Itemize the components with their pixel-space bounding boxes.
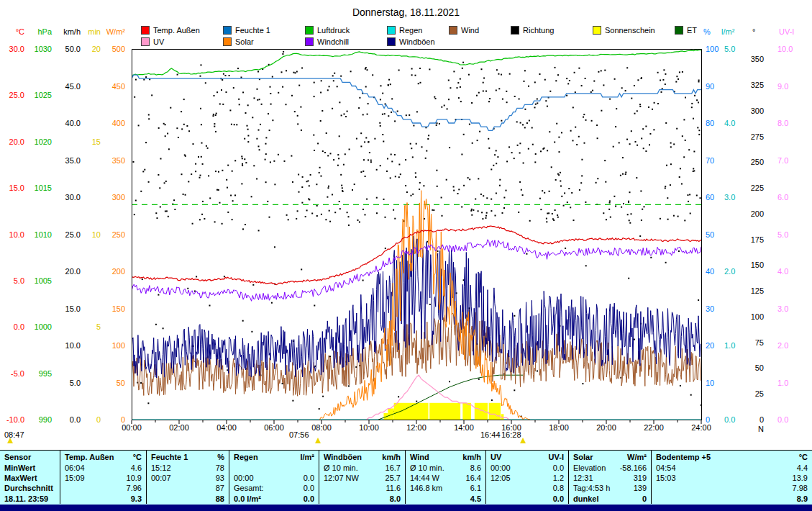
stats-cell-value: 93 <box>216 474 224 482</box>
stats-cell: 0.0 <box>485 493 568 504</box>
stats-sensor-unit: °C <box>799 453 808 461</box>
stats-cell-value: 25.7 <box>386 474 401 482</box>
weather-chart-screen: Donnerstag, 18.11.2021 Temp. AußenFeucht… <box>0 0 812 511</box>
stats-sensor-unit: km/h <box>382 453 401 461</box>
stats-sensor-name: Bodentemp +5 <box>656 453 711 461</box>
stats-header-cell: Feuchte 1% <box>146 451 229 463</box>
stats-cell-label: 15:12 <box>151 463 171 472</box>
stats-row-label: Durchschnitt <box>0 483 60 493</box>
stats-row-label: 18.11. 23:59 <box>0 493 60 504</box>
stats-cell: 15:0910.9 <box>60 473 146 483</box>
stats-sensor-unit: W/m² <box>627 453 647 461</box>
stats-row-label: MinWert <box>0 463 60 473</box>
stats-cell-value: 8.9 <box>797 494 808 503</box>
sunset-marker-icon <box>520 438 526 443</box>
marker-sunrise-time: 07:56 <box>289 430 309 439</box>
stats-cell: 00:000.0 <box>229 473 319 483</box>
stats-cell-value: 7.98 <box>793 484 808 492</box>
stats-cell-label: dunkel <box>573 494 598 503</box>
stats-cell: 12:051.2 <box>485 473 568 483</box>
stats-cell-value: 4.4 <box>797 463 808 472</box>
stats-cell-value: 0.0 <box>304 494 314 503</box>
footer-bar <box>0 505 812 511</box>
sun-rise-icon <box>7 438 13 443</box>
stats-header-cell: UVUV-I <box>485 451 568 463</box>
stats-cell: dunkel0 <box>568 493 651 504</box>
stats-cell-value: 0.8 <box>553 484 564 492</box>
stats-cell-value: 9.3 <box>131 494 142 503</box>
stats-cell-value: 16.7 <box>386 463 401 472</box>
stats-cell-label: 12:07 NW <box>324 474 359 482</box>
stats-cell: Ø 10 min.16.7 <box>319 463 405 473</box>
stats-sensor-name: Temp. Außen <box>65 453 114 461</box>
stats-sensor-unit: l/m² <box>300 453 314 461</box>
marker-sunset-time: 16:28 <box>501 430 521 439</box>
stats-cell: 9.3 <box>60 493 146 504</box>
sun-time-markers: 08:47 07:56 16:44 16:28 <box>0 0 812 511</box>
stats-cell-label: 04:54 <box>656 463 676 472</box>
stats-cell-value: 0.0 <box>304 474 314 482</box>
stats-cell: 12:07 NW25.7 <box>319 473 405 483</box>
stats-cell-label: 00:00 <box>234 474 254 482</box>
stats-cell-label: 00:00 <box>491 463 511 472</box>
stats-sensor-name: Regen <box>234 453 258 461</box>
stats-cell-value: 0 <box>642 494 647 503</box>
stats-cell-label: Tag:4:53 h <box>573 484 610 492</box>
stats-cell-value: 7.96 <box>127 484 142 492</box>
stats-cell: Gesamt:0.0 <box>229 483 319 493</box>
stats-cell-value: 88 <box>216 494 224 503</box>
stats-cell-value: 87 <box>216 484 224 492</box>
stats-cell-label: Gesamt: <box>234 484 264 492</box>
stats-cell: 00:000.0 <box>485 463 568 473</box>
stats-cell: 88 <box>146 493 229 504</box>
stats-cell-value: 0.0 <box>553 463 564 472</box>
sunrise-marker-icon <box>315 438 321 443</box>
stats-cell-label: 15:03 <box>656 474 676 482</box>
stats-cell: 4.5 <box>405 493 485 504</box>
stats-cell-label: 146.8 km <box>410 484 442 492</box>
stats-cell: Tag:4:53 h139 <box>568 483 651 493</box>
stats-sensor-name: UV <box>491 453 501 461</box>
stats-sensor-name: Wind <box>410 453 429 461</box>
stats-cell: 7.98 <box>651 483 812 493</box>
stats-sensor-name: Windböen <box>324 453 362 461</box>
stats-header-cell: Regenl/m² <box>229 451 319 463</box>
stats-cell: Elevation-58.166 <box>568 463 651 473</box>
stats-sensor-name: Solar <box>573 453 593 461</box>
stats-sensor-name: Feuchte 1 <box>151 453 188 461</box>
stats-cell: 87 <box>146 483 229 493</box>
stats-cell-value: 8.6 <box>470 463 481 472</box>
statistics-table: SensorTemp. Außen°CFeuchte 1%Regenl/m²Wi… <box>0 450 812 505</box>
stats-sensor-unit: °C <box>133 453 142 461</box>
stats-cell-value: 4.6 <box>131 463 142 472</box>
stats-header-cell: SolarW/m² <box>568 451 651 463</box>
stats-cell-value: -58.166 <box>620 463 647 472</box>
stats-cell-value: 6.1 <box>470 484 481 492</box>
stats-cell-label: 00:07 <box>151 474 171 482</box>
stats-cell-value: 1.2 <box>553 474 564 482</box>
stats-row-label: MaxWert <box>0 473 60 483</box>
stats-cell-label: 12:05 <box>491 474 511 482</box>
stats-cell-label: 0.0 l/m² <box>234 494 261 503</box>
stats-header-cell: Windkm/h <box>405 451 485 463</box>
stats-cell-label: 15:09 <box>65 474 85 482</box>
stats-row-header: Sensor <box>0 451 60 463</box>
stats-cell: 00:0793 <box>146 473 229 483</box>
stats-cell-label: 12:31 <box>573 474 593 482</box>
stats-cell-label: 06:04 <box>65 463 85 472</box>
stats-cell-value: 10.9 <box>127 474 142 482</box>
stats-cell-value: 0.0 <box>304 484 314 492</box>
stats-cell: 06:044.6 <box>60 463 146 473</box>
stats-cell: 12:31319 <box>568 473 651 483</box>
stats-cell: 11.6 <box>319 483 405 493</box>
stats-cell: 14:44 W16.4 <box>405 473 485 483</box>
stats-cell-value: 16.4 <box>466 474 481 482</box>
stats-cell-value: 11.6 <box>386 484 401 492</box>
stats-cell-value: 4.5 <box>470 494 481 503</box>
stats-header-cell: Temp. Außen°C <box>60 451 146 463</box>
stats-cell-label: Elevation <box>573 463 606 472</box>
stats-header-cell: Bodentemp +5°C <box>651 451 812 463</box>
stats-cell-value: 13.9 <box>793 474 808 482</box>
stats-cell-label: Ø 10 min. <box>410 463 444 472</box>
stats-cell: 146.8 km6.1 <box>405 483 485 493</box>
